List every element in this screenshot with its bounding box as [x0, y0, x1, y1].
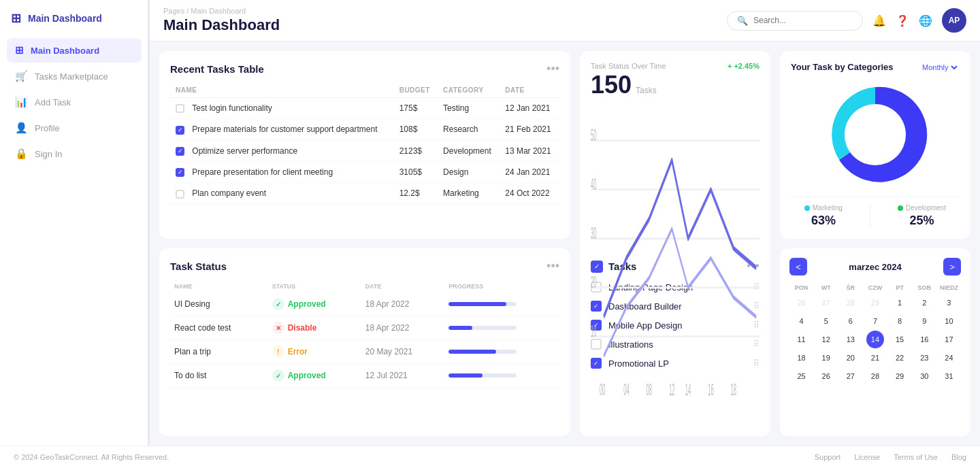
- calendar-day[interactable]: 10: [940, 312, 958, 330]
- header-right: 🔍 🔔 ❓ 🌐 AP: [727, 8, 966, 33]
- calendar-day[interactable]: 19: [817, 349, 835, 367]
- sidebar-item-dashboard[interactable]: ⊞ Main Dashboard: [7, 38, 142, 63]
- home-icon: ⊞: [11, 11, 21, 26]
- task-checkbox[interactable]: ✓: [176, 168, 184, 177]
- chart-change: + +2.45%: [728, 62, 760, 70]
- calendar-day[interactable]: 31: [940, 367, 958, 385]
- calendar-day[interactable]: 26: [817, 367, 835, 385]
- calendar-day[interactable]: 15: [891, 331, 909, 348]
- recent-tasks-title: Recent Tasks Table: [170, 63, 264, 75]
- task-name: Plan company event: [192, 188, 266, 198]
- svg-text:40: 40: [591, 175, 596, 193]
- calendar-day[interactable]: 22: [891, 349, 909, 367]
- pie-legend: Marketing 63% Development 25%: [791, 197, 960, 228]
- calendar-day[interactable]: 20: [842, 349, 860, 367]
- calendar-day[interactable]: 4: [793, 312, 811, 330]
- calendar-day[interactable]: 24: [940, 349, 958, 367]
- search-input[interactable]: [753, 16, 853, 25]
- task-checkbox[interactable]: [176, 104, 184, 113]
- user-icon: 👤: [15, 122, 28, 134]
- calendar-day[interactable]: 1: [891, 294, 909, 312]
- globe-icon[interactable]: 🌐: [919, 14, 932, 27]
- calendar-day[interactable]: 28: [866, 367, 884, 385]
- footer-support[interactable]: Support: [815, 453, 841, 461]
- pie-legend-marketing: Marketing 63%: [804, 204, 843, 228]
- footer-license[interactable]: License: [854, 453, 880, 461]
- calendar-day[interactable]: 27: [817, 294, 835, 312]
- calendar-day[interactable]: 25: [793, 367, 811, 385]
- footer-links: Support License Terms of Use Blog: [815, 453, 966, 461]
- chart-count-label: Tasks: [636, 86, 657, 95]
- task-checkbox[interactable]: [176, 190, 184, 199]
- calendar-day[interactable]: 13: [842, 331, 860, 348]
- col-date: DATE: [500, 83, 559, 98]
- calendar-day[interactable]: 11: [793, 331, 811, 348]
- sidebar-logo-text: Main Dashboard: [28, 13, 102, 24]
- calendar-day[interactable]: 30: [915, 367, 933, 385]
- calendar-day[interactable]: 6: [842, 312, 860, 330]
- pie-chart-container: [791, 78, 960, 191]
- calendar-day[interactable]: 8: [891, 312, 909, 330]
- calendar-prev[interactable]: <: [789, 258, 807, 275]
- sidebar-profile-label: Profile: [35, 123, 60, 133]
- sidebar-item-label: Tasks Marketplace: [35, 71, 108, 82]
- task-checkbox[interactable]: ✓: [176, 126, 184, 135]
- recent-tasks-menu[interactable]: •••: [546, 62, 559, 76]
- calendar-header: PON: [789, 282, 813, 293]
- task-status-table: NAME STATUS DATE PROGRESS UI Desing ✓ Ap…: [170, 280, 559, 388]
- task-status-menu[interactable]: •••: [546, 259, 559, 273]
- footer-terms[interactable]: Terms of Use: [894, 453, 938, 461]
- calendar-day[interactable]: 21: [866, 349, 884, 367]
- calendar-day[interactable]: 29: [891, 367, 909, 385]
- calendar-day[interactable]: 18: [793, 349, 811, 367]
- calendar-day[interactable]: 16: [915, 331, 933, 348]
- task-checkbox[interactable]: ✓: [176, 147, 184, 156]
- svg-text:20: 20: [591, 273, 596, 291]
- chart-count: 150: [591, 73, 632, 97]
- calendar-day[interactable]: 23: [915, 349, 933, 367]
- calendar-day[interactable]: 26: [793, 294, 811, 312]
- sidebar-item-signin[interactable]: 🔒 Sign In: [7, 141, 142, 166]
- recent-tasks-table: NAME BUDGET CATEGORY DATE Test login fun…: [170, 83, 559, 205]
- chart-area: 50 40 30 20 10 00 04 08: [591, 101, 760, 415]
- task-status-row: Plan a trip ! Error 20 May 2021: [170, 340, 559, 364]
- col-category: CATEGORY: [438, 83, 500, 98]
- calendar-day[interactable]: 7: [866, 312, 884, 330]
- calendar-card: < marzec 2024 > PONWTŚRCZWPTSOBNIEDZ2627…: [780, 248, 970, 436]
- calendar-day[interactable]: 12: [817, 331, 835, 348]
- period-select[interactable]: Monthly Weekly: [919, 63, 960, 72]
- sidebar-item-profile[interactable]: 👤 Profile: [7, 116, 142, 140]
- svg-text:30: 30: [591, 224, 596, 242]
- calendar-grid: PONWTŚRCZWPTSOBNIEDZ26272829123456789101…: [789, 282, 961, 385]
- table-row: ✓ Prepare materials for customer support…: [170, 119, 559, 140]
- calendar-day[interactable]: 9: [915, 312, 933, 330]
- calendar-day[interactable]: 29: [866, 294, 884, 312]
- calendar-day[interactable]: 2: [915, 294, 933, 312]
- copyright: © 2024 GeoTaskConnect. All Rights Reserv…: [14, 453, 169, 461]
- calendar-next[interactable]: >: [943, 258, 961, 275]
- calendar-day[interactable]: 14: [866, 331, 884, 348]
- sidebar-item-addtask[interactable]: 📊 Add Task: [7, 90, 142, 114]
- notification-icon[interactable]: 🔔: [872, 14, 886, 27]
- calendar-day[interactable]: 28: [842, 294, 860, 312]
- categories-title: Your Task by Categories: [791, 62, 894, 72]
- calendar-day[interactable]: 5: [817, 312, 835, 330]
- svg-text:04: 04: [623, 381, 630, 399]
- development-label: Development: [906, 204, 946, 212]
- sidebar-item-marketplace[interactable]: 🛒 Tasks Marketplace: [7, 64, 142, 88]
- svg-point-17: [845, 104, 906, 165]
- pie-legend-development: Development 25%: [898, 204, 946, 228]
- calendar-day[interactable]: 17: [940, 331, 958, 348]
- svg-text:18: 18: [731, 381, 736, 399]
- sidebar-logo[interactable]: ⊞ Main Dashboard: [0, 11, 148, 38]
- avatar[interactable]: AP: [942, 8, 966, 33]
- calendar-day[interactable]: 3: [940, 294, 958, 312]
- search-box[interactable]: 🔍: [727, 11, 863, 31]
- calendar-day[interactable]: 27: [842, 367, 860, 385]
- footer-blog[interactable]: Blog: [951, 453, 966, 461]
- breadcrumb: Pages / Main Dashboard: [163, 7, 280, 15]
- search-icon: 🔍: [737, 16, 748, 26]
- footer: © 2024 GeoTaskConnect. All Rights Reserv…: [0, 446, 980, 468]
- svg-text:00: 00: [600, 381, 605, 399]
- help-icon[interactable]: ❓: [896, 14, 909, 27]
